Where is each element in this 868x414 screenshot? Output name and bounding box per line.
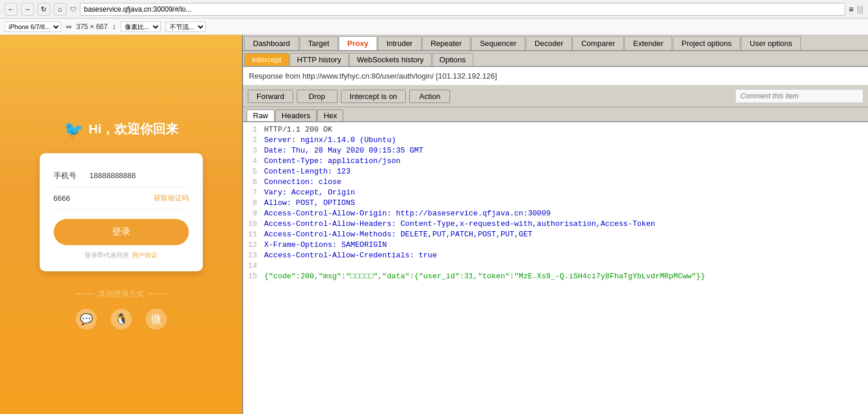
- device-selector[interactable]: iPhone 6/7/8...: [5, 22, 61, 32]
- menu-tab-intruder[interactable]: Intruder: [378, 36, 421, 50]
- line-number: 13: [243, 250, 262, 261]
- code-value: 6666: [54, 194, 147, 203]
- content-tabs: RawHeadersHex: [243, 107, 868, 122]
- http-line: 3Date: Thu, 28 May 2020 09:15:35 GMT: [243, 146, 868, 156]
- terms-text: 登录即代表同意 用户协议: [54, 251, 189, 260]
- weibo-icon[interactable]: 微: [146, 309, 167, 330]
- http-line: 13Access-Control-Allow-Credentials: true: [243, 250, 868, 261]
- content-tab-headers[interactable]: Headers: [275, 109, 317, 121]
- http-content[interactable]: 1HTTP/1.1 200 OK2Server: nginx/1.14.0 (U…: [243, 122, 868, 414]
- line-number: 7: [243, 187, 262, 198]
- extension-icon: ≡: [849, 5, 853, 14]
- menu-tab-user-options[interactable]: User options: [741, 36, 801, 50]
- http-line: 11Access-Control-Allow-Methods: DELETE,P…: [243, 229, 868, 240]
- line-content: Content-Length: 123: [262, 167, 868, 177]
- social-icons: 💬 🐧 微: [76, 309, 167, 330]
- line-number: 2: [243, 135, 262, 146]
- line-content: Server: nginx/1.14.0 (Ubuntu): [262, 135, 868, 146]
- http-line: 12X-Frame-Options: SAMEORIGIN: [243, 240, 868, 250]
- line-number: 11: [243, 229, 262, 240]
- http-line: 10Access-Control-Allow-Headers: Content-…: [243, 219, 868, 229]
- forward-button[interactable]: →: [21, 3, 34, 16]
- security-icon: 🛡: [70, 6, 76, 13]
- sub-tab-websockets-history[interactable]: WebSockets history: [349, 53, 431, 66]
- http-line: 15{"code":200,"msg":"□□□□□","data":{"use…: [243, 271, 868, 282]
- line-number: 5: [243, 167, 262, 177]
- extension-icon-2: |||: [857, 5, 863, 14]
- dimensions-display: 375 × 667: [76, 23, 108, 31]
- main-container: 🐦 Hi，欢迎你回来 手机号 18888888888 6666 获取验证码 登录…: [0, 35, 868, 414]
- reload-button[interactable]: ↻: [37, 3, 50, 16]
- throttle-selector[interactable]: 不节流...: [166, 22, 206, 32]
- sub-tab-options[interactable]: Options: [432, 53, 473, 66]
- http-line: 5Content-Length: 123: [243, 167, 868, 177]
- menu-tab-dashboard[interactable]: Dashboard: [244, 36, 299, 50]
- browser-bar: ← → ↻ ⌂ 🛡 ≡ |||: [0, 0, 868, 19]
- line-content: Content-Type: application/json: [262, 156, 868, 167]
- home-button[interactable]: ⌂: [54, 3, 66, 16]
- menu-tabs: DashboardTargetProxyIntruderRepeaterSequ…: [243, 35, 868, 51]
- content-tab-hex[interactable]: Hex: [317, 109, 343, 121]
- line-content: X-Frame-Options: SAMEORIGIN: [262, 240, 868, 250]
- line-number: 10: [243, 219, 262, 229]
- http-line: 8Allow: POST, OPTIONS: [243, 198, 868, 208]
- code-field-row: 6666 获取验证码: [54, 187, 189, 210]
- action-btn-forward[interactable]: Forward: [248, 90, 293, 103]
- line-number: 15: [243, 271, 262, 282]
- qq-icon[interactable]: 🐧: [111, 309, 132, 330]
- rotate-icon: ↕: [113, 23, 116, 31]
- line-content: Date: Thu, 28 May 2020 09:15:35 GMT: [262, 146, 868, 156]
- line-content: Allow: POST, OPTIONS: [262, 198, 868, 208]
- line-content: Vary: Accept, Origin: [262, 187, 868, 198]
- back-button[interactable]: ←: [5, 3, 17, 16]
- phone-value: 18888888888: [90, 171, 189, 180]
- menu-tab-target[interactable]: Target: [300, 36, 338, 50]
- menu-tab-project-options[interactable]: Project options: [673, 36, 740, 50]
- action-btn-action[interactable]: Action: [409, 90, 450, 103]
- sub-tab-intercept[interactable]: Intercept: [244, 53, 289, 66]
- content-tab-raw[interactable]: Raw: [247, 109, 275, 121]
- phone-field-row: 手机号 18888888888: [54, 165, 189, 187]
- menu-tab-repeater[interactable]: Repeater: [422, 36, 470, 50]
- menu-tab-extender[interactable]: Extender: [624, 36, 672, 50]
- line-number: 1: [243, 125, 262, 135]
- wechat-icon[interactable]: 💬: [76, 309, 97, 330]
- pixel-ratio-selector[interactable]: 像素比...: [121, 22, 161, 32]
- action-btn-drop[interactable]: Drop: [297, 90, 338, 103]
- menu-tab-comparer[interactable]: Comparer: [572, 36, 624, 50]
- app-background: 🐦 Hi，欢迎你回来 手机号 18888888888 6666 获取验证码 登录…: [0, 35, 242, 414]
- app-greeting: 🐦 Hi，欢迎你回来: [64, 120, 178, 139]
- response-area: Response from http://www.tfyhyc.cn:80/us…: [243, 67, 868, 414]
- menu-tab-decoder[interactable]: Decoder: [526, 36, 572, 50]
- line-number: 3: [243, 146, 262, 156]
- line-content: HTTP/1.1 200 OK: [262, 125, 868, 135]
- burp-panel: DashboardTargetProxyIntruderRepeaterSequ…: [243, 35, 868, 414]
- line-number: 6: [243, 177, 262, 187]
- line-number: 14: [243, 261, 262, 271]
- action-bar: ForwardDropIntercept is onAction: [243, 86, 868, 107]
- sub-tabs: InterceptHTTP historyWebSockets historyO…: [243, 51, 868, 67]
- comment-input[interactable]: [735, 89, 863, 103]
- sub-tab-http-history[interactable]: HTTP history: [290, 53, 349, 66]
- line-content: Access-Control-Allow-Origin: http://base…: [262, 208, 868, 219]
- get-code-link[interactable]: 获取验证码: [154, 193, 189, 203]
- action-btn-intercept-is-on[interactable]: Intercept is on: [341, 90, 406, 103]
- terms-link[interactable]: 用户协议: [132, 252, 157, 259]
- line-number: 8: [243, 198, 262, 208]
- http-line: 9Access-Control-Allow-Origin: http://bas…: [243, 208, 868, 219]
- login-button[interactable]: 登录: [54, 219, 189, 245]
- mobile-app-panel: 🐦 Hi，欢迎你回来 手机号 18888888888 6666 获取验证码 登录…: [0, 35, 242, 414]
- greeting-text: Hi，欢迎你回来: [89, 121, 178, 138]
- other-login-section: 其他登录方式 💬 🐧 微: [76, 289, 167, 330]
- menu-tab-proxy[interactable]: Proxy: [339, 36, 377, 50]
- menu-tab-sequencer[interactable]: Sequencer: [471, 36, 525, 50]
- responsive-icon: ⇔: [66, 23, 72, 31]
- line-content: Access-Control-Allow-Methods: DELETE,PUT…: [262, 229, 868, 240]
- line-content: {"code":200,"msg":"□□□□□","data":{"user_…: [262, 271, 868, 282]
- line-content: Connection: close: [262, 177, 868, 187]
- phone-label: 手机号: [54, 171, 83, 181]
- address-bar[interactable]: [80, 3, 845, 16]
- login-card: 手机号 18888888888 6666 获取验证码 登录 登录即代表同意 用户…: [40, 153, 203, 271]
- bird-icon: 🐦: [64, 120, 84, 139]
- device-bar: iPhone 6/7/8... ⇔ 375 × 667 ↕ 像素比... 不节流…: [0, 19, 868, 35]
